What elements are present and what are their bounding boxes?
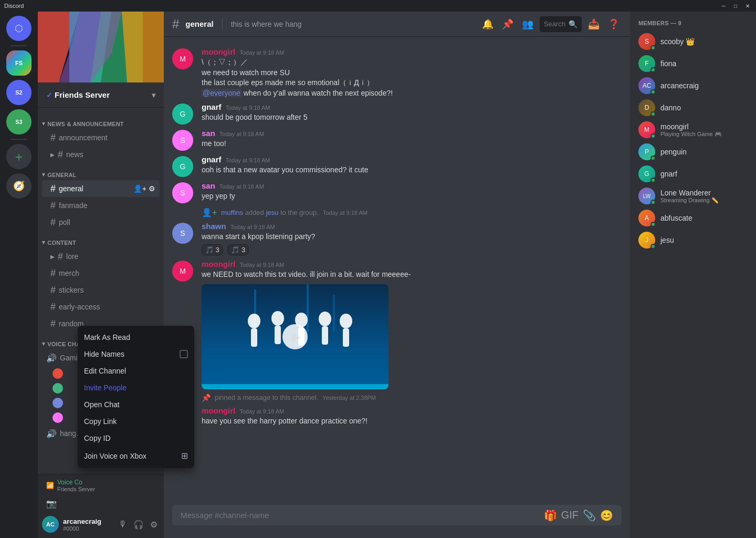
help-icon[interactable]: ❓ [606,16,622,32]
category-label: GENERAL [47,172,76,178]
svg-rect-12 [251,328,257,347]
members-icon[interactable]: 👥 [520,16,536,32]
server2-icon[interactable]: S2 [6,80,32,105]
minimize-btn[interactable]: ─ [720,3,728,9]
message-content: moongirl Today at 9:18 AM have you see t… [202,406,622,428]
maximize-btn[interactable]: □ [732,3,739,9]
channel-merch[interactable]: # merch [42,265,160,282]
voice-status: Voice Co [57,479,95,486]
sticker-icon[interactable]: 📎 [583,509,596,522]
channel-announcement[interactable]: # announcement [42,129,160,146]
settings-icon[interactable]: ⚙ [149,184,155,193]
message-group: M moongirl Today at 9:18 AM have you see… [164,404,630,430]
home-server-icon[interactable]: ⬡ [6,16,32,41]
system-message: 👤+ muffins added jesu to the group. Toda… [164,205,630,220]
channel-stickers[interactable]: # stickers [42,282,160,298]
member-item-fiona[interactable]: F fiona [634,53,752,75]
join-voice-xbox-label: Join Voice on Xbox [84,452,146,460]
copy-link-label: Copy Link [84,417,117,426]
channel-general[interactable]: # general 👤+ ⚙ [42,180,160,197]
voice-controls-bar: 📷 [38,496,164,511]
context-menu-invite-people[interactable]: Invite People [78,379,194,396]
channel-early-access[interactable]: # early-access [42,298,160,315]
member-avatar: S [638,33,655,50]
hash-icon: # [50,285,56,296]
hash-icon: # [50,268,56,279]
channel-lore[interactable]: ▶ # lore [42,248,160,265]
category-news-announcement[interactable]: ▾ NEWS & ANNOUNCEMENT [38,112,164,129]
video-embed[interactable]: ▶ [202,284,388,389]
system-author: muffins [221,209,243,216]
window-controls[interactable]: ─ □ ✕ [720,3,752,9]
channel-name: lore [66,252,155,261]
member-item-moongirl[interactable]: M moongirl Playing Witch Game 🎮 [634,119,752,141]
bell-icon[interactable]: 🔔 [480,16,496,32]
signal-icon: 📶 [46,482,54,489]
context-menu-join-voice-xbox[interactable]: Join Voice on Xbox ⊞ [78,447,194,465]
context-menu-mark-as-read[interactable]: Mark As Read [78,329,194,346]
titlebar: Discord ─ □ ✕ [0,0,756,12]
member-avatar: D [638,99,655,116]
category-general[interactable]: ▾ GENERAL [38,163,164,180]
voice-info: Voice Co Friends Server [57,479,95,492]
gif-icon[interactable]: GIF [561,509,579,521]
member-item-jesu[interactable]: J jesu [634,229,752,251]
gift-icon[interactable]: 🎁 [544,509,557,522]
status-indicator [650,244,656,249]
channel-fanmade[interactable]: # fanmade [42,197,160,214]
member-item-abfuscate[interactable]: A abfuscate [634,207,752,229]
message-input[interactable] [181,505,540,525]
server3-icon[interactable]: S3 [6,109,32,134]
message-author: moongirl [202,260,235,268]
play-button[interactable]: ▶ [282,324,308,349]
search-icon[interactable]: 🔍 [569,20,578,28]
member-item-danno[interactable]: D danno [634,97,752,119]
category-collapse-arrow: ▾ [42,239,45,246]
context-menu-copy-id[interactable]: Copy ID [78,430,194,447]
explore-icon[interactable]: 🧭 [6,173,32,199]
server3-label: S3 [15,119,22,125]
category-content[interactable]: ▾ CONTENT [38,231,164,248]
context-menu-hide-names[interactable]: Hide Names [78,346,194,363]
voice-user-avatar [52,368,63,379]
server-banner [38,12,164,82]
pin-icon[interactable]: 📌 [500,16,516,32]
close-btn[interactable]: ✕ [743,3,752,9]
hash-icon: # [50,302,56,313]
context-menu-open-chat[interactable]: Open Chat [78,396,194,413]
user-settings-icon[interactable]: ⚙ [148,518,160,532]
play-button-circle[interactable]: ▶ [282,324,308,349]
member-item-gnarf[interactable]: G gnarf [634,163,752,185]
member-item-arcanecraig[interactable]: AC arcanecraig [634,75,752,97]
member-item-lone-wanderer[interactable]: LW Lone Wanderer Streaming Drawing ✏️ [634,185,752,207]
server-header[interactable]: ✓ Friends Server ▾ [38,82,164,108]
svg-point-11 [248,314,260,328]
reaction[interactable]: 🎵 3 [202,244,223,255]
system-icon: 👤+ [202,208,217,218]
member-name: penguin [660,148,748,156]
context-menu-edit-channel[interactable]: Edit Channel [78,363,194,379]
add-server-icon[interactable]: ＋ [6,144,32,169]
deafen-icon[interactable]: 🎧 [131,518,146,532]
member-item-scooby[interactable]: S scooby 👑 [634,30,752,53]
add-user-icon[interactable]: 👤+ [133,184,146,193]
message-author: shawn [202,222,226,231]
mute-icon[interactable]: 🎙 [117,518,129,532]
hide-names-checkbox[interactable] [180,350,188,358]
channel-news[interactable]: ▶ # news [42,146,160,163]
reaction[interactable]: 🎵 3 [227,244,249,255]
camera-icon[interactable]: 📷 [46,499,57,509]
user-info: arcanecraig #0000 [63,518,112,532]
member-item-penguin[interactable]: P penguin [634,141,752,163]
server-dropdown-icon[interactable]: ▾ [152,91,155,99]
system-action: added [245,209,266,216]
inbox-icon[interactable]: 📥 [586,16,602,32]
channel-poll[interactable]: # poll [42,214,160,231]
context-menu-copy-link[interactable]: Copy Link [78,413,194,430]
emoji-icon[interactable]: 😊 [600,509,613,522]
search-bar[interactable]: Search 🔍 [540,16,582,32]
channel-name: early-access [59,303,155,311]
member-activity: Playing Witch Game 🎮 [660,131,748,138]
status-indicator [650,156,656,161]
friends-server-icon[interactable]: FS [6,50,32,76]
